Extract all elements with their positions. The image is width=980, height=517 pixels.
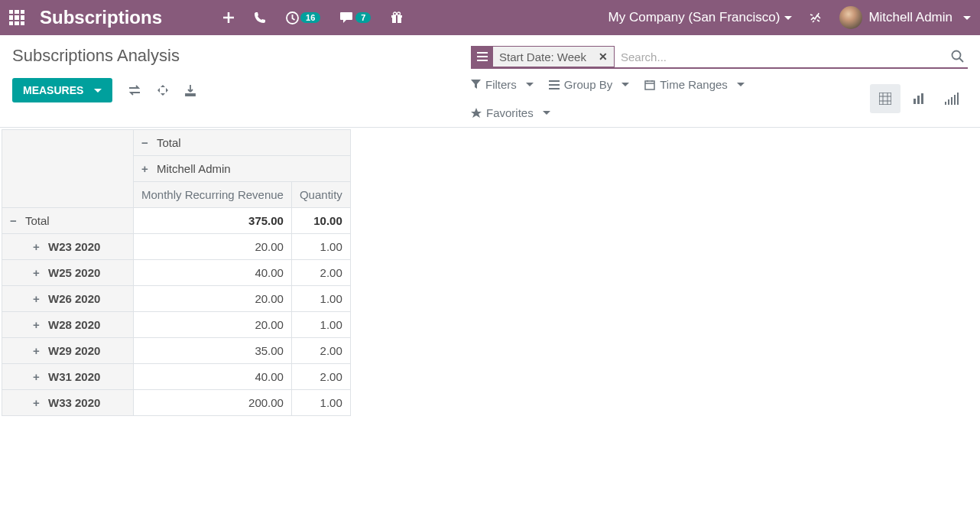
- measures-label: MEASURES: [23, 84, 83, 96]
- row-label: W26 2020: [48, 292, 100, 305]
- row-header[interactable]: +W28 2020: [2, 312, 134, 338]
- cell-qty: 2.00: [291, 364, 350, 390]
- graph-view-button[interactable]: [937, 84, 968, 113]
- svg-rect-7: [645, 81, 654, 89]
- groupby-dropdown[interactable]: Group By: [549, 78, 629, 91]
- row-header[interactable]: +W25 2020: [2, 260, 134, 286]
- pivot-view-button[interactable]: [870, 84, 900, 113]
- expand-plus-icon[interactable]: +: [141, 162, 152, 175]
- measure-header-qty: Quantity: [291, 182, 350, 208]
- cell-mrr: 40.00: [134, 364, 292, 390]
- svg-rect-15: [954, 95, 956, 105]
- new-icon[interactable]: [223, 12, 234, 23]
- svg-rect-9: [913, 99, 916, 104]
- cell-mrr: 40.00: [134, 260, 292, 286]
- company-selector[interactable]: My Company (San Francisco): [608, 10, 793, 25]
- cell-mrr: 20.00: [134, 286, 292, 312]
- user-name: Mitchell Admin: [868, 10, 952, 25]
- cell-qty: 2.00: [291, 338, 350, 364]
- gift-icon[interactable]: [391, 11, 403, 24]
- expand-plus-icon[interactable]: +: [33, 318, 44, 331]
- row-label: W31 2020: [48, 370, 100, 383]
- timeranges-dropdown[interactable]: Time Ranges: [644, 78, 745, 91]
- expand-plus-icon[interactable]: +: [33, 240, 44, 253]
- row-header[interactable]: +W29 2020: [2, 338, 134, 364]
- svg-rect-16: [957, 93, 959, 105]
- svg-rect-12: [945, 102, 946, 105]
- row-header[interactable]: +W26 2020: [2, 286, 134, 312]
- groupby-label: Group By: [564, 78, 612, 91]
- messages-badge: 7: [355, 12, 371, 23]
- search-input[interactable]: [615, 47, 948, 67]
- collapse-icon[interactable]: −: [141, 136, 152, 149]
- expand-plus-icon[interactable]: +: [33, 266, 44, 279]
- col-group-header[interactable]: +Mitchell Admin: [134, 156, 351, 182]
- row-label: W23 2020: [48, 240, 100, 253]
- row-label: W25 2020: [48, 266, 100, 279]
- flip-axis-icon[interactable]: [128, 85, 141, 96]
- avatar: [839, 6, 862, 29]
- facet-remove-icon[interactable]: ✕: [592, 50, 614, 63]
- apps-icon[interactable]: [9, 10, 24, 25]
- pivot-table: −Total +Mitchell Admin Monthly Recurring…: [2, 129, 351, 416]
- cell-qty: 1.00: [291, 312, 350, 338]
- download-icon[interactable]: [184, 84, 196, 96]
- facet-groupby-icon: [472, 47, 493, 67]
- row-label: W33 2020: [48, 396, 100, 409]
- user-menu[interactable]: Mitchell Admin: [839, 6, 971, 29]
- collapse-icon[interactable]: −: [10, 214, 21, 227]
- cell-qty: 1.00: [291, 234, 350, 260]
- cell-qty: 1.00: [291, 390, 350, 416]
- total-qty: 10.00: [291, 208, 350, 234]
- facet-label: Start Date: Week: [493, 50, 592, 63]
- page-title: Subscriptions Analysis: [12, 46, 471, 66]
- expand-plus-icon[interactable]: +: [33, 370, 44, 383]
- activities-badge: 16: [300, 12, 320, 23]
- bar-chart-view-button[interactable]: [904, 84, 934, 113]
- svg-rect-8: [879, 93, 891, 105]
- row-header[interactable]: +W33 2020: [2, 390, 134, 416]
- svg-point-6: [952, 51, 961, 60]
- filters-label: Filters: [485, 78, 517, 91]
- row-total-header[interactable]: −Total: [2, 208, 134, 234]
- debug-icon[interactable]: [809, 11, 823, 24]
- search-facet: Start Date: Week ✕: [471, 46, 615, 67]
- timeranges-label: Time Ranges: [660, 78, 728, 91]
- row-label: W28 2020: [48, 318, 100, 331]
- app-brand[interactable]: Subscriptions: [40, 7, 162, 28]
- measure-header-mrr: Monthly Recurring Revenue: [134, 182, 292, 208]
- favorites-label: Favorites: [486, 106, 534, 119]
- svg-rect-13: [948, 99, 949, 105]
- favorites-dropdown[interactable]: Favorites: [471, 106, 839, 119]
- activities-icon[interactable]: 16: [286, 11, 320, 24]
- svg-rect-14: [951, 97, 952, 105]
- svg-rect-10: [917, 96, 920, 104]
- messages-icon[interactable]: 7: [340, 11, 371, 24]
- measures-button[interactable]: MEASURES: [12, 78, 112, 102]
- col-total-header[interactable]: −Total: [134, 130, 351, 156]
- filters-dropdown[interactable]: Filters: [471, 78, 534, 91]
- row-header[interactable]: +W31 2020: [2, 364, 134, 390]
- cell-mrr: 35.00: [134, 338, 292, 364]
- control-panel: Subscriptions Analysis MEASURES Sta: [0, 35, 980, 128]
- expand-plus-icon[interactable]: +: [33, 292, 44, 305]
- company-name: My Company (San Francisco): [608, 10, 780, 24]
- phone-icon[interactable]: [254, 11, 266, 24]
- row-label: W29 2020: [48, 344, 100, 357]
- expand-icon[interactable]: [157, 84, 169, 96]
- cell-qty: 1.00: [291, 286, 350, 312]
- expand-plus-icon[interactable]: +: [33, 396, 44, 409]
- cell-mrr: 200.00: [134, 390, 292, 416]
- main-navbar: Subscriptions 16 7 My Company (San Franc…: [0, 0, 980, 35]
- svg-point-4: [394, 12, 397, 15]
- search-icon[interactable]: [948, 50, 968, 63]
- row-header[interactable]: +W23 2020: [2, 234, 134, 260]
- cell-mrr: 20.00: [134, 234, 292, 260]
- cell-qty: 2.00: [291, 260, 350, 286]
- cell-mrr: 20.00: [134, 312, 292, 338]
- svg-rect-11: [921, 93, 923, 104]
- expand-plus-icon[interactable]: +: [33, 344, 44, 357]
- svg-rect-3: [396, 15, 398, 23]
- pivot-area: −Total +Mitchell Admin Monthly Recurring…: [0, 128, 980, 416]
- total-mrr: 375.00: [134, 208, 292, 234]
